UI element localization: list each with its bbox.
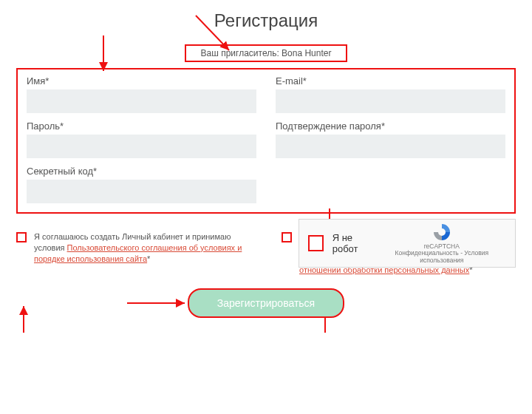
input-password[interactable] [27,135,256,158]
captcha-label: Я не робот [332,232,378,254]
page-title: Регистрация [0,10,532,31]
submit-row: Зарегистрироваться [0,288,532,318]
inviter-prefix: Ваш пригласитель: [201,48,282,58]
recaptcha[interactable]: Я не робот reCAPTCHA Конфиденциальность … [299,219,516,268]
input-secret[interactable] [27,180,256,203]
field-password: Пароль* [27,121,256,158]
label-secret: Секретный код* [27,166,256,177]
annotation-arrow-submit [126,296,189,310]
submit-button[interactable]: Зарегистрироваться [188,288,344,318]
input-confirm[interactable] [276,135,505,158]
label-name: Имя* [27,75,256,86]
label-password: Пароль* [27,121,256,132]
consent-left: Я соглашаюсь создать Личный кабинет и пр… [16,231,250,275]
label-confirm: Подтверждение пароля* [276,121,505,132]
inviter-box: Ваш пригласитель: Bona Hunter [185,44,347,62]
field-email: E-mail* [276,75,505,113]
consent-right-checkbox[interactable] [282,232,292,242]
label-email: E-mail* [276,75,505,86]
captcha-container: Я не робот reCAPTCHA Конфиденциальность … [299,219,516,268]
consent-left-checkbox[interactable] [16,232,27,242]
input-email[interactable] [276,89,505,113]
recaptcha-legal: Конфиденциальность - Условия использован… [378,250,506,264]
consent-left-text: Я соглашаюсь создать Личный кабинет и пр… [34,231,250,275]
input-name[interactable] [27,89,256,113]
captcha-checkbox[interactable] [308,235,324,251]
registration-form: Имя* E-mail* Пароль* Подтверждение парол… [16,68,516,214]
field-name: Имя* [27,75,256,113]
inviter-name: Bona Hunter [282,48,331,58]
recaptcha-logo: reCAPTCHA Конфиденциальность - Условия и… [378,223,506,264]
consent-left-t2: * [147,254,150,263]
field-confirm: Подтверждение пароля* [276,121,505,158]
field-secret: Секретный код* [27,166,256,203]
recaptcha-icon [432,223,451,242]
